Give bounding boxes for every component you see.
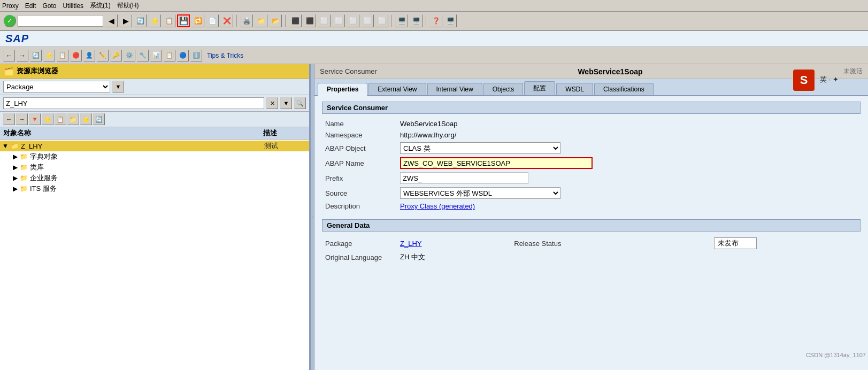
tab-properties[interactable]: Properties [318, 83, 367, 96]
abap-name-input[interactable] [400, 157, 593, 169]
tab-objects[interactable]: Objects [483, 83, 524, 95]
main-area: 🗂️ 资源库浏览器 Package ▼ ✕ ▼ 🔍 ← → 🔻 ⭐ 📋 📁 ⭐ … [0, 64, 868, 370]
tab-external-view[interactable]: External View [368, 83, 426, 95]
nav-btn-1[interactable]: ← [3, 113, 15, 125]
form-row-source: Source WEBSERVICES 外部 WSDL [322, 186, 861, 201]
menu-help[interactable]: 帮助(H) [117, 1, 139, 10]
help-button[interactable]: ❓ [429, 14, 442, 27]
ok-button[interactable]: ✓ [3, 14, 16, 27]
st-btn-10[interactable]: 📊 [150, 50, 162, 61]
pkg-search-btn[interactable]: 🔍 [294, 97, 306, 109]
toolbar-btn-8[interactable]: 🖨️ [240, 14, 253, 27]
prefix-input[interactable] [400, 172, 528, 184]
st-btn-13[interactable]: ℹ️ [190, 50, 202, 61]
toolbar-btn-6[interactable]: 📄 [206, 14, 219, 27]
tree-item-dict[interactable]: ▶ 📁 字典对象 [0, 151, 309, 162]
pkg-down-btn[interactable]: ▼ [280, 97, 292, 109]
nav-btn-5[interactable]: 📋 [55, 113, 66, 125]
pkg-search-input[interactable] [3, 97, 264, 109]
menu-system[interactable]: 系统(1) [90, 1, 111, 10]
st-btn-11[interactable]: 📋 [164, 50, 175, 61]
tab-wsdl[interactable]: WSDL [556, 83, 593, 95]
nav-btn-2[interactable]: → [16, 113, 28, 125]
description-link[interactable]: Proxy Class (generated) [400, 202, 475, 210]
st-btn-9[interactable]: 🔧 [137, 50, 149, 61]
save-button[interactable]: 💾 [177, 14, 190, 27]
st-btn-7[interactable]: 🔑 [110, 50, 122, 61]
back-button[interactable]: ← [3, 50, 15, 61]
st-btn-2[interactable]: ⭐ [43, 50, 55, 61]
st-btn-5[interactable]: 👤 [83, 50, 95, 61]
package-dropdown[interactable]: Package [3, 81, 110, 92]
abap-name-label: ABAP Name [322, 156, 397, 171]
st-btn-4[interactable]: 🔴 [70, 50, 82, 61]
toolbar-btn-1[interactable]: 🔄 [134, 14, 147, 27]
menu-goto[interactable]: Goto [42, 2, 56, 10]
st-btn-3[interactable]: 📋 [57, 50, 68, 61]
toolbar-btn-5[interactable]: 🔁 [191, 14, 204, 27]
toolbar-btn-17[interactable]: ⬜ [375, 14, 388, 27]
tab-classifications[interactable]: Classifications [594, 83, 654, 95]
tab-config[interactable]: 配置 [524, 81, 555, 95]
toolbar-btn-15[interactable]: ⬜ [347, 14, 359, 27]
abap-name-cell [397, 156, 861, 171]
toolbar-btn-14[interactable]: ⬜ [332, 14, 345, 27]
st-btn-6[interactable]: ✏️ [97, 50, 109, 61]
form-row-name: Name WebService1Soap [322, 118, 861, 129]
toolbar-btn-11[interactable]: ⬛ [289, 14, 302, 27]
nav-btn-6[interactable]: 📁 [67, 113, 79, 125]
toolbar-btn-3[interactable]: 📋 [163, 14, 175, 27]
tree-label-class: 类库 [30, 163, 264, 172]
command-input[interactable] [18, 15, 103, 27]
st-btn-8[interactable]: ⚙️ [124, 50, 135, 61]
forward-btn[interactable]: → [17, 50, 28, 61]
toolbar-btn-13[interactable]: ⬜ [318, 14, 331, 27]
tab-internal-view[interactable]: Internal View [427, 83, 482, 95]
nav-btn-8[interactable]: 🔄 [93, 113, 105, 125]
menu-utilities[interactable]: Utilities [63, 2, 83, 10]
toolbar-btn-16[interactable]: ⬜ [361, 14, 374, 27]
toolbar-btn-2[interactable]: ⭐ [148, 14, 161, 27]
package-form-link[interactable]: Z_LHY [400, 240, 421, 248]
menu-edit[interactable]: Edit [25, 2, 36, 10]
sap-logo: SAP [5, 33, 29, 45]
st-btn-12[interactable]: 🔵 [177, 50, 189, 61]
csdn-watermark: CSDN @1314ay_1107 [806, 352, 866, 358]
pkg-input-row: ✕ ▼ 🔍 [0, 95, 309, 112]
source-select[interactable]: WEBSERVICES 外部 WSDL [400, 187, 560, 199]
st-btn-1[interactable]: 🔄 [30, 50, 42, 61]
toolbar-btn-12[interactable]: ⬛ [303, 14, 316, 27]
tree-label-zlhy: Z_LHY [21, 142, 264, 150]
toolbar-btn-19[interactable]: 🖥️ [410, 14, 423, 27]
pkg-dropdown-btn[interactable]: ▼ [112, 81, 124, 92]
form-row-package: Package Z_LHY Release Status 未发布 [322, 236, 861, 251]
toolbar-separator-3 [391, 15, 392, 27]
nav-btn-4[interactable]: ⭐ [42, 113, 53, 125]
service-consumer-label: Service Consumer [320, 67, 377, 75]
toolbar-btn-18[interactable]: 🖥️ [395, 14, 408, 27]
toolbar: ✓ ◀ ▶ 🔄 ⭐ 📋 💾 🔁 📄 ❌ 🖨️ 📁 📂 ⬛ ⬛ ⬜ ⬜ ⬜ ⬜ ⬜… [0, 12, 868, 31]
tree-item-its[interactable]: ▶ 📁 ITS 服务 [0, 183, 309, 194]
tree-item-biz[interactable]: ▶ 📁 企业服务 [0, 173, 309, 183]
nav-back-button[interactable]: ◀ [105, 14, 118, 27]
tree-item-zlhy[interactable]: ▼ 📁 Z_LHY 测试 [0, 141, 309, 151]
tips-tricks-link[interactable]: Tips & Tricks [207, 52, 243, 59]
nav-forward-button[interactable]: ▶ [119, 14, 132, 27]
toolbar-btn-7[interactable]: ❌ [220, 14, 233, 27]
form-row-namespace: Namespace http://www.lhy.org/ [322, 129, 861, 141]
toolbar-btn-9[interactable]: 📁 [255, 14, 267, 27]
folder-icon-its: 📁 [20, 185, 28, 192]
tree-item-class[interactable]: ▶ 📁 类库 [0, 162, 309, 173]
monitor-button[interactable]: 🖥️ [444, 14, 457, 27]
abap-object-select[interactable]: CLAS 类 [400, 142, 560, 154]
nav-btn-3[interactable]: 🔻 [29, 113, 41, 125]
panel-resize-handle[interactable]: ⋮ [310, 64, 314, 370]
toolbar-btn-10[interactable]: 📂 [269, 14, 282, 27]
prefix-label: Prefix [322, 171, 397, 186]
nav-btn-7[interactable]: ⭐ [80, 113, 92, 125]
menu-proxy[interactable]: Proxy [2, 2, 19, 10]
pkg-clear-btn[interactable]: ✕ [266, 97, 278, 109]
expand-icon-class: ▶ [13, 164, 18, 171]
service-consumer-form: Name WebService1Soap Namespace http://ww… [322, 118, 861, 212]
service-consumer-name: WebService1Soap [578, 67, 642, 76]
